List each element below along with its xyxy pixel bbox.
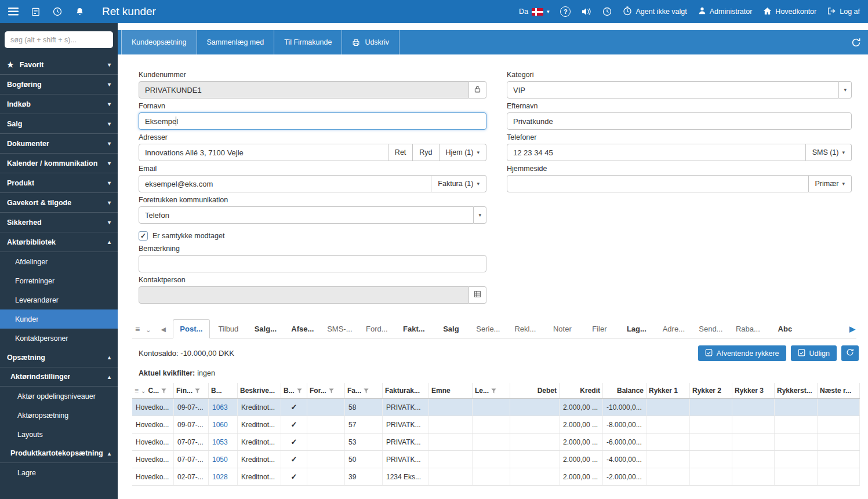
- report-icon[interactable]: [28, 4, 43, 19]
- sidebar-search-input[interactable]: [5, 31, 113, 48]
- ryd-button[interactable]: Ryd: [413, 144, 439, 161]
- hjem-dropdown-button[interactable]: Hjem (1)▾: [440, 144, 486, 161]
- sidebar-item-forretninger[interactable]: Forretninger: [0, 271, 118, 290]
- kategori-dropdown-button[interactable]: ▾: [839, 81, 852, 99]
- sidebar-item-lagre[interactable]: Lagre: [0, 463, 118, 482]
- column-header-fa[interactable]: Fa...: [345, 383, 383, 398]
- menu-icon[interactable]: [6, 4, 21, 19]
- column-header-le[interactable]: Le...: [473, 383, 510, 398]
- afventende-rykkere-button[interactable]: Afventende rykkere: [698, 345, 786, 361]
- tab-salg[interactable]: Salg...: [247, 320, 284, 338]
- tab-abc[interactable]: Abc: [767, 320, 804, 338]
- tab-raba[interactable]: Raba...: [729, 320, 767, 338]
- column-header-beskrive[interactable]: Beskrive...: [238, 383, 281, 398]
- tab-salg[interactable]: Salg: [433, 320, 470, 338]
- ret-button[interactable]: Ret: [388, 144, 413, 161]
- filter-icon[interactable]: [297, 388, 302, 394]
- column-header-for[interactable]: For...: [307, 383, 345, 398]
- column-header-debet[interactable]: Debet: [510, 383, 560, 398]
- column-header-næste-r[interactable]: Næste r...: [818, 383, 860, 398]
- speaker-icon[interactable]: [582, 8, 591, 16]
- fornavn-field[interactable]: [139, 112, 486, 130]
- column-header-rykker-3[interactable]: Rykker 3: [732, 383, 775, 398]
- sidebar-item-opsætning[interactable]: Opsætning▴: [0, 348, 118, 367]
- tab-rekl[interactable]: Rekl...: [507, 320, 544, 338]
- filter-icon[interactable]: [329, 388, 334, 394]
- column-header-fakturak[interactable]: Fakturak...: [383, 383, 429, 398]
- sidebar-item-favorit[interactable]: ★Favorit▾: [0, 55, 118, 75]
- telefoner-field[interactable]: [507, 144, 806, 161]
- kommunikation-dropdown-button[interactable]: ▾: [474, 206, 486, 224]
- sidebar-item-produkt[interactable]: Produkt▾: [0, 173, 118, 193]
- sidebar-item-salg[interactable]: Salg▾: [0, 114, 118, 134]
- chevron-down-icon[interactable]: ⌄: [143, 327, 154, 338]
- toolbar-button-kundeopsætning[interactable]: Kundeopsætning: [121, 30, 197, 54]
- tab-lag[interactable]: Lag...: [618, 320, 655, 338]
- sidebar-item-indkøb[interactable]: Indkøb▾: [0, 94, 118, 114]
- kontaktperson-lookup-button[interactable]: [469, 286, 486, 304]
- tab-tilbud[interactable]: Tilbud: [210, 320, 247, 338]
- table-row[interactable]: Hovedko...09-07-...1063Kreditnot...✓58PR…: [132, 399, 860, 416]
- language-selector[interactable]: Da ▾: [519, 8, 550, 16]
- help-icon[interactable]: ?: [560, 6, 571, 17]
- tab-send[interactable]: Send...: [692, 320, 729, 338]
- sidebar-item-gavekort-tilgode[interactable]: Gavekort & tilgode▾: [0, 193, 118, 213]
- tab-ford[interactable]: Ford...: [358, 320, 395, 338]
- history-icon[interactable]: [851, 38, 861, 48]
- table-row[interactable]: Hovedko...09-07-...1060Kreditnot...✓57PR…: [132, 416, 860, 434]
- tab-noter[interactable]: Noter: [544, 320, 581, 338]
- sidebar-item-kunder[interactable]: Kunder: [0, 309, 118, 329]
- filter-icon[interactable]: [161, 388, 166, 394]
- agent-selector[interactable]: Agent ikke valgt: [623, 6, 687, 17]
- tab-adre[interactable]: Adre...: [655, 320, 692, 338]
- tab-filer[interactable]: Filer: [581, 320, 618, 338]
- sidebar-item-aktørindstillinger[interactable]: Aktørindstillinger▴: [0, 367, 118, 387]
- toolbar-button-udskriv[interactable]: Udskriv: [342, 30, 400, 54]
- clock-icon[interactable]: [50, 4, 65, 19]
- samtykke-checkbox[interactable]: ✓: [139, 231, 148, 241]
- tab-fakt[interactable]: Fakt...: [395, 320, 433, 338]
- user-menu[interactable]: Administrator: [698, 6, 753, 17]
- efternavn-field[interactable]: [507, 112, 852, 130]
- bell-icon[interactable]: [72, 4, 87, 19]
- column-header-balance[interactable]: Balance: [603, 383, 647, 398]
- column-header-b[interactable]: B...: [281, 383, 307, 398]
- table-row[interactable]: Hovedko...02-07-...1028Kreditnot...✓3912…: [132, 468, 860, 486]
- sidebar-item-kalender-kommunikation[interactable]: Kalender / kommunikation▾: [0, 154, 118, 173]
- column-header-kredit[interactable]: Kredit: [560, 383, 603, 398]
- refresh-button[interactable]: [841, 345, 859, 361]
- sms-dropdown-button[interactable]: SMS (1)▾: [806, 144, 852, 161]
- column-header-fin[interactable]: Fin...: [174, 383, 209, 398]
- filter-icon[interactable]: [491, 388, 496, 394]
- bemaerkning-field[interactable]: [139, 255, 486, 272]
- tab-list-icon[interactable]: ≡: [132, 325, 143, 338]
- column-header-rykker-1[interactable]: Rykker 1: [647, 383, 690, 398]
- column-header-c[interactable]: ≡⌄C...: [132, 383, 174, 398]
- invoice-link[interactable]: 1053: [212, 438, 228, 446]
- kategori-select[interactable]: [507, 81, 839, 99]
- invoice-link[interactable]: 1063: [212, 403, 228, 411]
- filter-icon[interactable]: [195, 388, 200, 394]
- invoice-link[interactable]: 1060: [212, 421, 228, 429]
- logout-button[interactable]: Log af: [827, 7, 860, 17]
- lock-button[interactable]: [469, 81, 486, 99]
- udlign-button[interactable]: Udlign: [791, 345, 837, 361]
- clock-icon[interactable]: [602, 7, 612, 16]
- filter-icon[interactable]: [364, 388, 369, 394]
- primaer-dropdown-button[interactable]: Primær▾: [809, 175, 852, 192]
- sidebar-item-leverandører[interactable]: Leverandører: [0, 290, 118, 309]
- tab-afse[interactable]: Afse...: [284, 320, 321, 338]
- sidebar-item-aktør-opdelingsniveauer[interactable]: Aktør opdelingsniveauer: [0, 387, 118, 406]
- column-header-b[interactable]: B...: [209, 383, 238, 398]
- sidebar-item-sikkerhed[interactable]: Sikkerhed▾: [0, 213, 118, 232]
- sidebar-item-kontaktpersoner[interactable]: Kontaktpersoner: [0, 329, 118, 348]
- chevron-down-icon[interactable]: ⌄: [141, 388, 146, 394]
- sidebar-item-afdelinger[interactable]: Afdelinger: [0, 252, 118, 271]
- adresser-field[interactable]: [139, 144, 388, 161]
- sidebar-item-dokumenter[interactable]: Dokumenter▾: [0, 134, 118, 154]
- sidebar-item-bogføring[interactable]: Bogføring▾: [0, 75, 118, 94]
- office-menu[interactable]: Hovedkontor: [763, 7, 816, 17]
- sidebar-item-aktøropsætning[interactable]: Aktøropsætning: [0, 406, 118, 425]
- sidebar-item-aktørbibliotek[interactable]: Aktørbibliotek▴: [0, 232, 118, 252]
- toolbar-button-sammenlæg-med[interactable]: Sammenlæg med: [197, 30, 275, 54]
